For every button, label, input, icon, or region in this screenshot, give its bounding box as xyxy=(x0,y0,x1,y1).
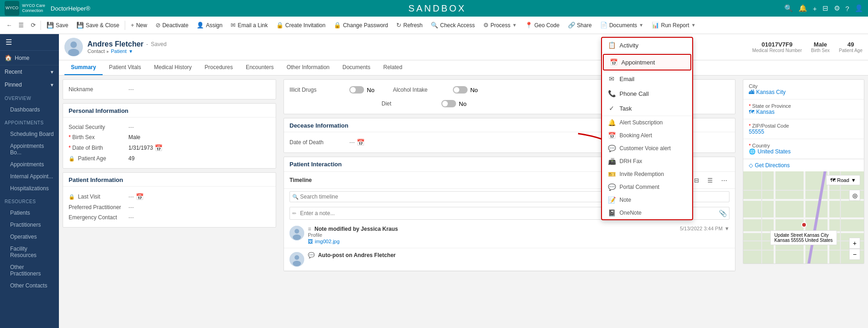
process-button[interactable]: ⚙ Process ▼ xyxy=(480,20,521,30)
timeline-view-button[interactable]: ☰ xyxy=(705,175,716,186)
filter-icon[interactable]: ⊟ xyxy=(822,4,828,12)
entry-1-attachment[interactable]: 🖼 img002.jpg xyxy=(308,239,398,244)
dropdown-item-onenote[interactable]: 📓 OneNote xyxy=(602,206,692,219)
change-password-button[interactable]: 🔒 Change Password xyxy=(330,20,392,30)
dropdown-item-note[interactable]: 📝 Note xyxy=(602,193,692,206)
illicit-drugs-toggle[interactable]: No xyxy=(349,86,375,94)
record-subtype[interactable]: Patient xyxy=(111,48,127,54)
user-icon[interactable]: 👤 xyxy=(855,4,863,12)
country-value[interactable]: United States xyxy=(758,148,791,155)
entry-1-chevron[interactable]: ▼ xyxy=(724,226,729,231)
search-icon[interactable]: 🔍 xyxy=(784,4,793,12)
note-item-icon: 📝 xyxy=(608,196,616,204)
social-security-row: Social Security --- xyxy=(69,122,270,132)
pencil-icon: ✏ xyxy=(292,211,296,217)
dropdown-item-booking-alert[interactable]: 📅 Booking Alert xyxy=(602,129,692,142)
map-tooltip-line1: Update Street Kansas City xyxy=(775,233,833,238)
timeline-more-button[interactable]: ⋯ xyxy=(718,175,729,186)
map-overlay[interactable]: 🗺 Road ▼ xyxy=(826,175,860,185)
dropdown-item-appointment[interactable]: 📅 Appointment xyxy=(603,54,691,70)
brand-line2: Connection xyxy=(22,8,45,13)
documents-button[interactable]: 📄 Documents ▼ xyxy=(596,20,648,30)
sidebar-item-patients[interactable]: Patients xyxy=(0,207,59,219)
sidebar-item-appointments-bo[interactable]: Appointments Bo... xyxy=(0,140,59,158)
dropdown-item-phone-call[interactable]: 📞 Phone Call xyxy=(602,86,692,101)
plus-icon[interactable]: + xyxy=(813,5,817,12)
tab-documents[interactable]: Documents xyxy=(336,60,377,75)
doc-view-button[interactable]: ☰ xyxy=(16,20,27,31)
get-directions-button[interactable]: ◇ Get Directions xyxy=(743,159,864,171)
avatar-image xyxy=(64,38,83,56)
sidebar-item-recent-label: Recent xyxy=(5,69,22,75)
illicit-drugs-toggle-control[interactable] xyxy=(349,86,364,94)
personal-info-card: Personal Information Social Security ---… xyxy=(63,103,276,169)
brand[interactable]: WYCO WYCO Care Connection xyxy=(5,1,45,16)
create-invitation-button[interactable]: 🔒 Create Invitation xyxy=(272,20,329,30)
dropdown-item-activity[interactable]: 📋 Activity xyxy=(602,38,692,53)
tab-encounters[interactable]: Encounters xyxy=(239,60,280,75)
date-of-death-label: Date of Death xyxy=(289,139,349,146)
zoom-out-button[interactable]: − xyxy=(849,249,860,260)
death-calendar-icon[interactable]: 📅 xyxy=(357,139,365,146)
save-close-label: Save & Close xyxy=(86,22,119,29)
deactivate-button[interactable]: ⊘ Deactivate xyxy=(152,20,192,30)
tab-other-information[interactable]: Other Information xyxy=(280,60,336,75)
sidebar-item-practitioners[interactable]: Practitioners xyxy=(0,219,59,231)
sidebar-item-pinned[interactable]: Pinned ▼ xyxy=(0,78,59,91)
forward-button[interactable]: ⟳ xyxy=(28,20,39,31)
diet-toggle[interactable]: No xyxy=(441,100,467,107)
refresh-button[interactable]: ↻ Refresh xyxy=(393,20,426,30)
save-button[interactable]: 💾 Save xyxy=(43,20,72,30)
alcohol-toggle-control[interactable] xyxy=(453,86,468,94)
sidebar-item-hospitalizations[interactable]: Hospitalizations xyxy=(0,182,59,194)
new-button[interactable]: + New xyxy=(127,20,151,30)
sidebar-item-operatives[interactable]: Operatives xyxy=(0,231,59,243)
sidebar-item-appointments[interactable]: Appointments xyxy=(0,158,59,170)
tab-related[interactable]: Related xyxy=(377,60,409,75)
sidebar-item-home[interactable]: 🏠 Home xyxy=(0,51,59,65)
dropdown-item-email[interactable]: ✉ Email xyxy=(602,71,692,86)
sidebar-item-other-practitioners[interactable]: Other Practitioners xyxy=(0,261,59,280)
sidebar-item-facility-resources[interactable]: Facility Resources xyxy=(0,243,59,261)
tab-patient-vitals[interactable]: Patient Vitals xyxy=(103,60,148,75)
zip-value[interactable]: 55555 xyxy=(749,129,858,135)
record-info: Andres Fletcher - Saved Contact ▸ Patien… xyxy=(87,40,167,54)
run-report-button[interactable]: 📊 Run Report ▼ xyxy=(648,20,699,30)
state-value[interactable]: Kansas xyxy=(756,109,775,115)
dropdown-item-task[interactable]: ✓ Task xyxy=(602,101,692,116)
settings-icon[interactable]: ⚙ xyxy=(834,4,840,12)
subtype-chevron[interactable]: ▼ xyxy=(128,49,133,54)
zoom-in-button[interactable]: + xyxy=(849,238,860,249)
alcohol-toggle[interactable]: No xyxy=(453,86,478,94)
dropdown-item-alert-subscription[interactable]: 🔔 Alert Subscription xyxy=(602,116,692,129)
dropdown-item-invite-redemption[interactable]: 🎫 Invite Redemption xyxy=(602,168,692,181)
tab-medical-history[interactable]: Medical History xyxy=(148,60,198,75)
run-report-icon: 📊 xyxy=(652,22,659,29)
help-icon[interactable]: ? xyxy=(845,5,849,12)
back-button[interactable]: ← xyxy=(4,20,15,31)
sidebar-item-scheduling-board[interactable]: Scheduling Board xyxy=(0,128,59,140)
sidebar-item-recent[interactable]: Recent ▼ xyxy=(0,65,59,78)
save-close-button[interactable]: 💾 Save & Close xyxy=(73,20,123,30)
check-access-button[interactable]: 🔍 Check Access xyxy=(427,20,478,30)
sidebar-item-internal-appoint[interactable]: Internal Appoint... xyxy=(0,170,59,182)
dropdown-item-drh-fax[interactable]: 📠 DRH Fax xyxy=(602,155,692,168)
share-button[interactable]: 🔗 Share xyxy=(564,20,596,30)
dropdown-item-customer-voice[interactable]: 💬 Customer Voice alert xyxy=(602,142,692,155)
dob-calendar-icon[interactable]: 📅 xyxy=(155,144,162,152)
bell-icon[interactable]: 🔔 xyxy=(799,4,807,12)
my-location-button[interactable]: ◎ xyxy=(849,190,860,201)
dropdown-item-portal-comment[interactable]: 💬 Portal Comment xyxy=(602,181,692,193)
city-value[interactable]: Kansas City xyxy=(756,89,786,95)
paperclip-icon[interactable]: 📎 xyxy=(719,210,727,217)
geo-code-button[interactable]: 📍 Geo Code xyxy=(521,20,563,30)
sidebar-item-other-contacts[interactable]: Other Contacts xyxy=(0,280,59,292)
sidebar-item-dashboards[interactable]: Dashboards xyxy=(0,104,59,116)
tab-procedures[interactable]: Procedures xyxy=(198,60,239,75)
hamburger-icon[interactable]: ☰ xyxy=(4,36,14,48)
last-visit-calendar[interactable]: 📅 xyxy=(136,193,144,200)
email-link-button[interactable]: ✉ Email a Link xyxy=(227,20,271,30)
tab-summary[interactable]: Summary xyxy=(64,60,103,75)
assign-button[interactable]: 👤 Assign xyxy=(193,20,226,30)
diet-toggle-control[interactable] xyxy=(441,100,456,107)
